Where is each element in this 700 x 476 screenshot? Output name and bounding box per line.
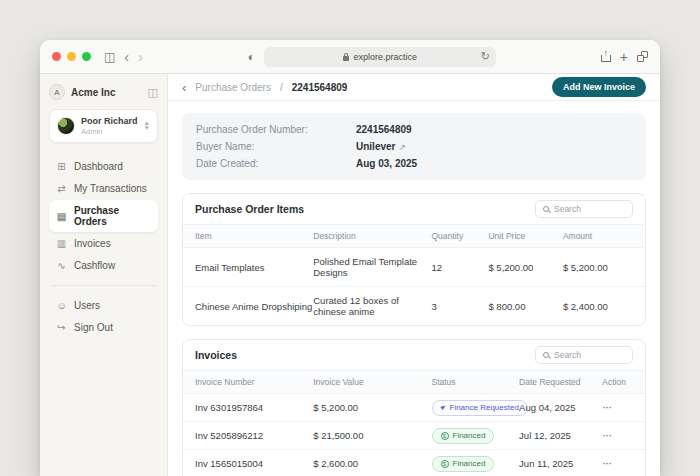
users-icon: ☺ <box>56 300 67 311</box>
sidebar: A Acme Inc ◫ Poor Richard Admin ▲ ▼ ⊞ Da <box>40 74 168 476</box>
po-buyer-row: Buyer Name: Unilever ↗ <box>196 138 632 155</box>
new-tab-button[interactable]: + <box>620 50 628 64</box>
cell-invoice-number: Inv 6301957864 <box>195 402 313 413</box>
user-avatar <box>57 117 75 135</box>
org-name: Acme Inc <box>71 87 142 98</box>
close-window-button[interactable] <box>52 52 61 61</box>
dollar-coin-icon: $ <box>441 460 449 468</box>
main-content: ‹ Purchase Orders / 2241564809 Add New I… <box>168 74 660 476</box>
privacy-shield-icon[interactable]: ◐ <box>248 51 255 63</box>
sidebar-item-label: Sign Out <box>74 322 113 333</box>
maximize-window-button[interactable] <box>82 52 91 61</box>
org-avatar: A <box>49 84 65 100</box>
invoices-card: Invoices Invoice Number Invoice Value St… <box>182 339 646 476</box>
po-date-label: Date Created: <box>196 158 356 169</box>
row-actions-button[interactable]: ⋯ <box>602 431 633 441</box>
buyer-name-text: Unilever <box>356 141 395 152</box>
cell-unit-price: $ 800.00 <box>488 301 562 312</box>
row-actions-button[interactable]: ⋯ <box>602 459 633 469</box>
sidebar-item-label: My Transactions <box>74 183 147 194</box>
sidebar-item-label: Cashflow <box>74 260 115 271</box>
cell-amount: $ 2,400.00 <box>563 301 633 312</box>
breadcrumb-section[interactable]: Purchase Orders <box>195 82 271 93</box>
status-text: Financed <box>453 459 486 468</box>
po-items-search[interactable] <box>535 200 633 218</box>
purchase-orders-icon: ▤ <box>56 211 67 222</box>
sign-out-icon: ↪ <box>56 322 67 333</box>
sidebar-item-invoices[interactable]: ▥ Invoices <box>49 233 158 254</box>
search-icon <box>543 352 549 358</box>
col-item: Item <box>195 231 313 241</box>
user-switcher[interactable]: Poor Richard Admin ▲ ▼ <box>49 109 158 143</box>
po-buyer-value[interactable]: Unilever ↗ <box>356 141 406 152</box>
browser-window: ◫ ‹ › ◐ explore.practice ↻ ↑ + A Acme In… <box>40 40 660 476</box>
refresh-button[interactable]: ↻ <box>481 51 490 62</box>
user-name: Poor Richard <box>81 116 138 127</box>
sidebar-toggle-icon[interactable]: ◫ <box>104 51 115 63</box>
sidebar-item-label: Dashboard <box>74 161 123 172</box>
send-icon <box>440 404 446 410</box>
add-new-invoice-button[interactable]: Add New Invoice <box>552 77 646 97</box>
sidebar-item-cashflow[interactable]: ∿ Cashflow <box>49 255 158 276</box>
cell-invoice-number: Inv 5205896212 <box>195 430 313 441</box>
tab-overview-button[interactable] <box>637 51 648 62</box>
po-items-search-input[interactable] <box>554 204 625 214</box>
sidebar-item-label: Purchase Orders <box>74 205 151 227</box>
share-button[interactable]: ↑ <box>601 51 611 62</box>
cell-date-requested: Jul 12, 2025 <box>519 430 602 441</box>
po-number-label: Purchase Order Number: <box>196 124 356 135</box>
invoices-card-head: Invoices <box>183 340 645 370</box>
invoices-search[interactable] <box>535 346 633 364</box>
dollar-coin-icon: $ <box>441 432 449 440</box>
invoices-title: Invoices <box>195 349 237 361</box>
org-row: A Acme Inc ◫ <box>49 84 158 100</box>
cell-invoice-value: $ 5,200.00 <box>313 402 431 413</box>
table-row: Inv 6301957864 $ 5,200.00 Finance Reques… <box>183 394 645 422</box>
invoices-search-input[interactable] <box>554 350 625 360</box>
url-bar[interactable]: explore.practice ↻ <box>264 47 496 67</box>
cell-invoice-value: $ 2,600.00 <box>313 458 431 469</box>
cell-item: Chinese Anime Dropshiping <box>195 301 313 312</box>
user-role: Admin <box>81 127 138 136</box>
sidebar-collapse-icon[interactable]: ◫ <box>148 87 158 98</box>
page-content: Purchase Order Number: 2241564809 Buyer … <box>168 101 660 476</box>
col-invoice-value: Invoice Value <box>313 377 431 387</box>
sidebar-item-dashboard[interactable]: ⊞ Dashboard <box>49 156 158 177</box>
external-link-icon[interactable]: ↗ <box>398 142 406 152</box>
breadcrumb-separator: / <box>280 82 283 93</box>
browser-back-button[interactable]: ‹ <box>124 50 129 64</box>
cell-quantity: 3 <box>432 301 489 312</box>
col-amount: Amount <box>563 231 633 241</box>
po-buyer-label: Buyer Name: <box>196 141 356 152</box>
browser-toolbar: ◫ ‹ › ◐ explore.practice ↻ ↑ + <box>40 40 660 74</box>
user-card-chevron-icon: ▲ ▼ <box>144 121 150 131</box>
row-actions-button[interactable]: ⋯ <box>602 403 633 413</box>
cell-item: Email Templates <box>195 262 313 273</box>
minimize-window-button[interactable] <box>67 52 76 61</box>
dashboard-icon: ⊞ <box>56 161 67 172</box>
cell-invoice-value: $ 21,500.00 <box>313 430 431 441</box>
traffic-lights <box>52 52 91 61</box>
page-back-button[interactable]: ‹ <box>182 81 186 94</box>
po-number-row: Purchase Order Number: 2241564809 <box>196 121 632 138</box>
invoices-table-header: Invoice Number Invoice Value Status Date… <box>183 370 645 394</box>
status-badge: $ Financed <box>432 456 495 472</box>
lock-icon <box>343 56 349 61</box>
sidebar-item-label: Users <box>74 300 100 311</box>
search-icon <box>543 206 549 212</box>
cell-amount: $ 5,200.00 <box>563 262 633 273</box>
invoices-icon: ▥ <box>56 238 67 249</box>
status-badge: $ Financed <box>432 428 495 444</box>
table-row: Inv 5205896212 $ 21,500.00 $ Financed Ju… <box>183 422 645 450</box>
sidebar-item-my-transactions[interactable]: ⇄ My Transactions <box>49 178 158 199</box>
cashflow-icon: ∿ <box>56 260 67 271</box>
browser-forward-button[interactable]: › <box>138 50 143 64</box>
po-date-row: Date Created: Aug 03, 2025 <box>196 155 632 172</box>
sidebar-item-users[interactable]: ☺ Users <box>49 295 158 316</box>
sidebar-item-sign-out[interactable]: ↪ Sign Out <box>49 317 158 338</box>
status-text: Finance Requested <box>450 403 519 412</box>
sidebar-item-purchase-orders[interactable]: ▤ Purchase Orders <box>49 200 158 232</box>
page-header: ‹ Purchase Orders / 2241564809 Add New I… <box>168 74 660 101</box>
po-items-table-header: Item Description Quantity Unit Price Amo… <box>183 224 645 248</box>
col-description: Description <box>313 231 431 241</box>
